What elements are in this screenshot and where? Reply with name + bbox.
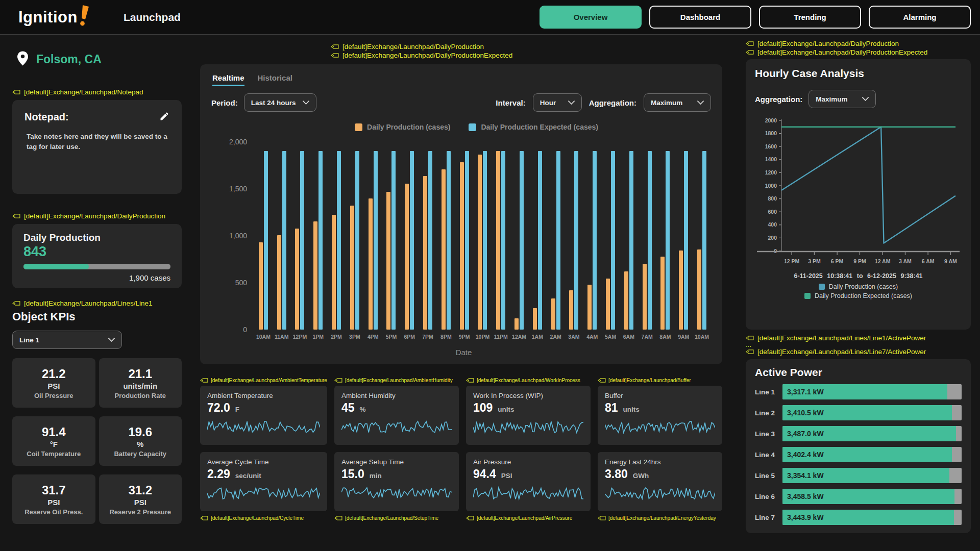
bar [496, 151, 500, 330]
power-bar: 3,458.5 kW [782, 489, 962, 504]
kpi-grid: 21.2PSIOil Pressure21.1units/minProducti… [12, 358, 182, 524]
bar-group [528, 142, 547, 330]
tag-path-text: [default]Exchange/Launchpad/EnergyYester… [608, 515, 716, 521]
legend-label: Daily Production Expected (cases) [815, 292, 912, 299]
power-bar-fill: 3,458.5 kW [782, 489, 954, 504]
power-bar: 3,487.0 kW [782, 426, 962, 441]
tag-path-text: [default]Exchange/Launchpad/AmbientHumid… [345, 378, 453, 383]
main-nav: OverviewDashboardTrendingAlarming [540, 6, 971, 29]
kpi-unit: PSI [47, 498, 60, 507]
tag-path-text: [default]Exchange/Launchpad/AmbientTempe… [211, 378, 327, 383]
power-bar-fill: 3,402.4 kW [782, 447, 952, 462]
power-bar-fill: 3,317.1 kW [782, 384, 947, 399]
kpi-label: Reserve Oil Press. [24, 508, 83, 516]
y-tick-label: 1,500 [229, 185, 247, 193]
svg-text:600: 600 [768, 209, 777, 215]
ignition-logo: Ignition [18, 6, 90, 29]
bar [666, 151, 670, 330]
bar-group [510, 142, 528, 330]
tag-icon [12, 213, 20, 219]
hourly-aggregation-select[interactable]: Maximum [808, 90, 876, 108]
legend-swatch [804, 293, 811, 299]
bar [264, 151, 268, 330]
tile-value-row: 81units [605, 401, 715, 415]
chevron-down-icon [108, 338, 115, 342]
svg-text:2000: 2000 [765, 117, 777, 123]
active-power-tag-paths: [default]Exchange/Launchpad/Lines/Line1/… [746, 334, 971, 356]
tag-path-daily-production: [default]Exchange/Launchpad/DailyProduct… [331, 43, 722, 51]
x-tick-label: 3PM [346, 334, 364, 340]
x-tick-label: 8PM [437, 334, 455, 340]
period-select[interactable]: Last 24 hours [244, 93, 316, 112]
sparkline [605, 416, 715, 438]
power-bar-fill: 3,487.0 kW [782, 426, 956, 441]
tile-value-row: 45% [341, 401, 452, 415]
power-bar-fill: 3,410.5 kW [782, 405, 952, 420]
nav-button-dashboard[interactable]: Dashboard [649, 6, 751, 29]
hourly-line-chart: 020040060080010001200140016001800200012 … [755, 115, 962, 271]
svg-text:1000: 1000 [765, 183, 777, 189]
nav-button-trending[interactable]: Trending [759, 6, 861, 29]
nav-button-overview[interactable]: Overview [540, 6, 642, 29]
kpi-unit: % [137, 440, 143, 448]
tab-historical[interactable]: Historical [258, 73, 292, 86]
tag-icon [466, 378, 474, 383]
line-label: Line 4 [755, 451, 782, 459]
x-tick-label: 12AM [510, 334, 528, 340]
kpi-tile: 19.6%Battery Capacity [99, 416, 182, 466]
bar [460, 162, 464, 330]
kpi-tile: 21.1units/minProduction Rate [99, 358, 182, 408]
bar [465, 151, 469, 330]
kpi-unit: PSI [134, 498, 146, 507]
tile-unit: PSI [501, 472, 512, 480]
svg-text:3 AM: 3 AM [899, 258, 912, 264]
bar-group [674, 142, 693, 330]
tile-title: Average Setup Time [341, 458, 452, 466]
kpi-tile: 21.2PSIOil Pressure [12, 358, 95, 408]
bar [442, 169, 446, 330]
metric-tile: Energy Last 24hrs3.80GWh [598, 452, 722, 511]
line-select[interactable]: Line 1 [12, 331, 122, 349]
top-bar: Ignition Launchpad OverviewDashboardTren… [0, 0, 980, 35]
svg-text:400: 400 [768, 221, 777, 228]
kpi-label: Production Rate [115, 392, 166, 399]
tag-icon [331, 44, 339, 49]
nav-button-alarming[interactable]: Alarming [869, 6, 971, 29]
bar [350, 206, 354, 330]
x-tick-label: 5AM [601, 334, 620, 340]
tag-path-daily-production: [default]Exchange/Launchpad/DailyProduct… [12, 212, 182, 220]
tile-value-row: 109units [473, 401, 583, 415]
bar-group [437, 142, 455, 330]
bar [556, 151, 560, 330]
tab-realtime[interactable]: Realtime [212, 73, 244, 86]
chevron-down-icon [862, 97, 869, 101]
notepad-body-text[interactable]: Take notes here and they will be saved t… [24, 132, 169, 153]
location-row: Folsom, CA [17, 51, 182, 68]
metric-tile: Work In Process (WIP)109units [466, 386, 591, 445]
x-tick-label: 3AM [565, 334, 583, 340]
x-tick-label: 9AM [674, 334, 693, 340]
x-tick-label: 2PM [327, 334, 346, 340]
svg-text:9 PM: 9 PM [853, 258, 866, 264]
tag-icon [746, 41, 754, 46]
plot-area [254, 142, 711, 330]
logo-exclamation-icon [79, 5, 90, 29]
x-tick-label: 1AM [528, 334, 547, 340]
active-power-row: Line 53,354.1 kW [755, 468, 962, 483]
bar [660, 257, 665, 330]
line-label: Line 6 [755, 493, 782, 500]
notepad-card[interactable]: Notepad: Take notes here and they will b… [12, 100, 182, 194]
aggregation-select[interactable]: Maximum [644, 93, 711, 112]
kpi-unit: °F [50, 440, 58, 448]
bar [277, 235, 281, 330]
bar [574, 151, 578, 330]
left-sidebar: Folsom, CA [default]Exchange/Launchpad/N… [12, 35, 182, 524]
edit-pencil-icon[interactable] [159, 111, 169, 123]
x-tick-label: 10AM [693, 334, 711, 340]
bar [447, 151, 451, 330]
svg-text:0: 0 [774, 248, 777, 254]
bar-group [400, 142, 419, 330]
bar [300, 151, 304, 330]
interval-select[interactable]: Hour [533, 93, 582, 112]
kpi-unit: PSI [47, 382, 60, 390]
